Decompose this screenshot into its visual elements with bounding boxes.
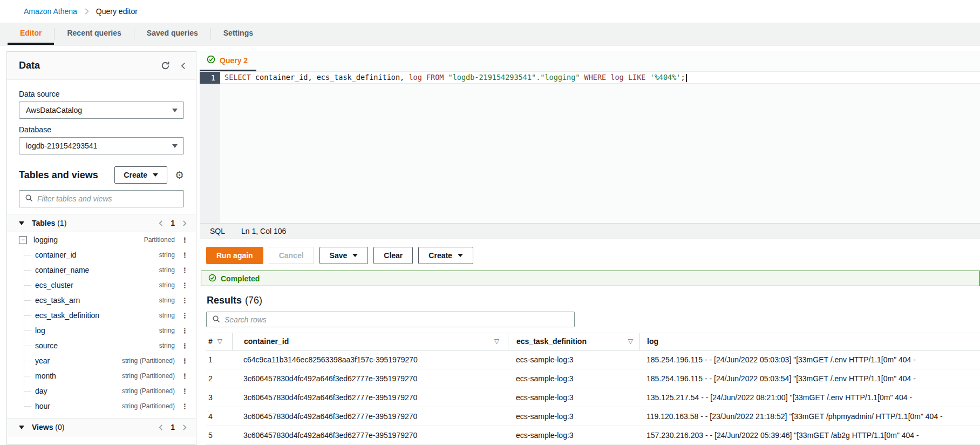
sql-token: WHERE bbox=[584, 73, 607, 82]
tables-section-label: Tables bbox=[32, 219, 55, 227]
cursor-position: Ln 1, Col 106 bbox=[241, 227, 286, 235]
sql-query-text: SELECT container_id, ecs_task_definition… bbox=[220, 73, 687, 82]
main-tabs: EditorRecent queriesSaved queriesSetting… bbox=[0, 23, 980, 45]
results-count: (76) bbox=[245, 295, 262, 306]
filter-icon[interactable]: ▽ bbox=[217, 338, 222, 345]
filter-tables-input[interactable] bbox=[37, 194, 178, 203]
kebab-menu-icon[interactable]: ⋮ bbox=[181, 312, 188, 320]
create-button-label: Create bbox=[124, 171, 147, 179]
column-item-log[interactable]: logstring⋮ bbox=[7, 323, 196, 338]
column-type: string bbox=[159, 266, 175, 274]
prev-page-icon[interactable] bbox=[158, 220, 163, 227]
kebab-menu-icon[interactable]: ⋮ bbox=[181, 387, 188, 395]
table-cell: 157.230.216.203 - - [24/Jun/2022 05:39:4… bbox=[639, 426, 980, 444]
query-tab[interactable]: Query 2 bbox=[200, 51, 256, 71]
data-source-select[interactable]: AwsDataCatalog bbox=[19, 102, 184, 119]
kebab-menu-icon[interactable]: ⋮ bbox=[181, 266, 188, 274]
data-panel-title: Data bbox=[19, 60, 40, 71]
kebab-menu-icon[interactable]: ⋮ bbox=[181, 251, 188, 259]
column-name: container_id bbox=[35, 251, 76, 259]
database-select[interactable]: logdb-219154293541 bbox=[19, 137, 184, 154]
section-collapse-icon[interactable] bbox=[19, 221, 24, 225]
search-rows-input[interactable] bbox=[224, 315, 569, 324]
table-name[interactable]: logging bbox=[33, 235, 58, 244]
kebab-menu-icon[interactable]: ⋮ bbox=[181, 372, 188, 380]
run-again-button[interactable]: Run again bbox=[206, 247, 263, 264]
column-header-label: container_id bbox=[244, 337, 289, 346]
views-section-header: Views (0) 1 bbox=[7, 418, 196, 436]
prev-page-icon[interactable] bbox=[158, 424, 163, 431]
table-cell: 185.254.196.115 - - [24/Jun/2022 05:03:0… bbox=[639, 350, 980, 369]
kebab-menu-icon[interactable]: ⋮ bbox=[181, 357, 188, 365]
editor-gutter bbox=[200, 72, 220, 223]
column-item-ecs_task_definition[interactable]: ecs_task_definitionstring⋮ bbox=[7, 308, 196, 323]
gear-icon[interactable]: ⚙ bbox=[175, 170, 184, 180]
column-item-ecs_task_arn[interactable]: ecs_task_arnstring⋮ bbox=[7, 293, 196, 308]
table-cell: c64c9ca11b3146ec82563398aa3f157c-3951979… bbox=[232, 350, 508, 369]
table-item-logging[interactable]: − logging Partitioned ⋮ bbox=[7, 232, 196, 247]
results-header: Results (76) bbox=[207, 295, 980, 306]
refresh-icon[interactable] bbox=[161, 61, 170, 70]
save-button[interactable]: Save bbox=[319, 247, 369, 264]
column-header-ecs_task_definition[interactable]: ecs_task_definition▽ bbox=[508, 333, 639, 350]
table-cell: 3c606457830d4fc492a646f3ed62777e-3951979… bbox=[232, 388, 508, 407]
column-name: source bbox=[35, 341, 58, 350]
sql-token: '%404%' bbox=[650, 73, 681, 82]
sql-token: SELECT bbox=[224, 73, 251, 82]
section-collapse-icon[interactable] bbox=[19, 426, 24, 429]
column-header-log[interactable]: log bbox=[639, 333, 980, 350]
status-banner-label: Completed bbox=[221, 274, 260, 283]
column-item-hour[interactable]: hourstring (Partitioned)⋮ bbox=[7, 399, 196, 414]
column-header-container_id[interactable]: container_id▽ bbox=[232, 333, 508, 350]
tab-saved-queries[interactable]: Saved queries bbox=[134, 23, 210, 45]
collapse-panel-icon[interactable] bbox=[180, 62, 187, 70]
breadcrumb-link-athena[interactable]: Amazon Athena bbox=[24, 7, 77, 16]
column-header-index[interactable]: #▽ bbox=[206, 333, 232, 350]
text-cursor bbox=[686, 74, 687, 82]
table-row: 1c64c9ca11b3146ec82563398aa3f157c-395197… bbox=[206, 350, 980, 369]
column-item-source[interactable]: sourcestring⋮ bbox=[7, 338, 196, 353]
table-cell: ecs-sample-log:3 bbox=[508, 426, 639, 444]
kebab-menu-icon[interactable]: ⋮ bbox=[181, 402, 188, 410]
table-cell: 135.125.217.54 - - [24/Jun/2022 08:21:00… bbox=[639, 388, 980, 407]
collapse-table-icon[interactable]: − bbox=[19, 236, 27, 244]
create-button[interactable]: Create bbox=[418, 247, 473, 264]
next-page-icon[interactable] bbox=[182, 424, 187, 431]
column-item-month[interactable]: monthstring (Partitioned)⋮ bbox=[7, 368, 196, 383]
chevron-down-icon bbox=[352, 254, 358, 257]
kebab-menu-icon[interactable]: ⋮ bbox=[181, 327, 188, 335]
results-table: #▽container_id▽ecs_task_definition▽log 1… bbox=[206, 333, 980, 445]
column-item-container_id[interactable]: container_idstring⋮ bbox=[7, 247, 196, 262]
column-item-day[interactable]: daystring (Partitioned)⋮ bbox=[7, 383, 196, 399]
table-badge: Partitioned bbox=[144, 236, 175, 244]
column-item-year[interactable]: yearstring (Partitioned)⋮ bbox=[7, 353, 196, 368]
filter-icon[interactable]: ▽ bbox=[494, 338, 499, 345]
main-content: Data Data source AwsDataCatalog Database bbox=[0, 45, 980, 445]
next-page-icon[interactable] bbox=[182, 220, 187, 227]
sql-editor[interactable]: 1 SELECT container_id, ecs_task_definiti… bbox=[200, 72, 980, 223]
breadcrumb-chevron-icon bbox=[84, 8, 90, 15]
clear-button[interactable]: Clear bbox=[373, 247, 413, 264]
database-label: Database bbox=[19, 125, 184, 134]
table-cell: 185.254.196.115 - - [24/Jun/2022 05:03:5… bbox=[639, 369, 980, 388]
tab-recent-queries[interactable]: Recent queries bbox=[55, 23, 133, 45]
filter-icon[interactable]: ▽ bbox=[628, 338, 633, 345]
column-item-container_name[interactable]: container_namestring⋮ bbox=[7, 262, 196, 278]
sql-token: LIKE bbox=[628, 73, 646, 82]
query-status-banner: Completed bbox=[201, 271, 980, 286]
kebab-menu-icon[interactable]: ⋮ bbox=[181, 342, 188, 350]
tab-settings[interactable]: Settings bbox=[211, 23, 266, 45]
kebab-menu-icon[interactable]: ⋮ bbox=[181, 296, 188, 305]
filter-tables-box bbox=[19, 190, 184, 207]
tab-editor[interactable]: Editor bbox=[8, 23, 54, 45]
column-name: ecs_task_arn bbox=[35, 296, 80, 305]
views-section-label: Views bbox=[32, 423, 53, 431]
column-item-ecs_cluster[interactable]: ecs_clusterstring⋮ bbox=[7, 278, 196, 293]
sql-token: log bbox=[409, 73, 421, 82]
cancel-button[interactable]: Cancel bbox=[269, 247, 314, 264]
create-table-button[interactable]: Create bbox=[114, 166, 167, 184]
tables-tree: − logging Partitioned ⋮ container_idstri… bbox=[7, 232, 196, 414]
table-row: 33c606457830d4fc492a646f3ed62777e-395197… bbox=[206, 388, 980, 407]
kebab-menu-icon[interactable]: ⋮ bbox=[181, 281, 188, 289]
kebab-menu-icon[interactable]: ⋮ bbox=[181, 236, 188, 244]
